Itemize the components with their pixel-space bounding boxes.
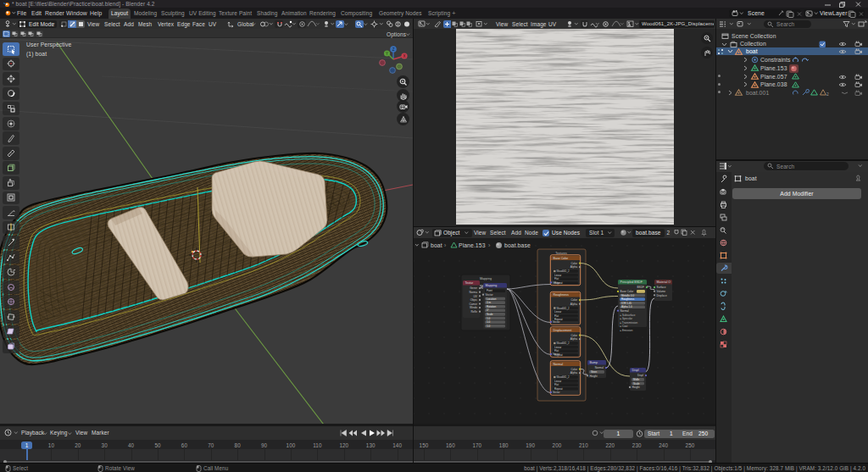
svg-text:Rotation: Rotation xyxy=(487,305,497,308)
svg-text:Surface: Surface xyxy=(657,286,666,289)
svg-text:Color: Color xyxy=(570,298,578,302)
svg-text:Linear: Linear xyxy=(554,310,561,314)
svg-text:Textures: Textures xyxy=(555,252,567,255)
svg-text:Flat: Flat xyxy=(554,383,559,386)
svg-text:Color: Color xyxy=(570,334,578,337)
svg-text:Displacement: Displacement xyxy=(554,329,572,332)
svg-text:Alpha: Alpha xyxy=(570,371,577,375)
svg-text:Material O: Material O xyxy=(657,280,671,284)
svg-text:Stren: Stren xyxy=(591,370,598,374)
svg-text:Displ: Displ xyxy=(637,374,643,377)
svg-text:Normal: Normal xyxy=(595,366,604,369)
svg-text:Linear: Linear xyxy=(554,274,561,277)
svg-text:Base Color: Base Color xyxy=(554,257,570,260)
svg-text:Metallic 0.0: Metallic 0.0 xyxy=(621,294,635,297)
svg-text:Refle: Refle xyxy=(471,310,478,314)
svg-text:Midle: Midle xyxy=(633,378,640,381)
svg-text:▸ Transmission: ▸ Transmission xyxy=(620,321,638,325)
svg-text:X: X xyxy=(403,54,405,58)
svg-text:Alpha: Alpha xyxy=(570,337,577,341)
svg-text:Volume: Volume xyxy=(657,290,666,293)
svg-text:Roughness: Roughness xyxy=(621,297,635,301)
svg-text:Base Color: Base Color xyxy=(620,290,635,293)
svg-text:Displace: Displace xyxy=(657,294,667,297)
svg-text:Wood061_2: Wood061_2 xyxy=(557,269,570,273)
svg-text:1.0: 1.0 xyxy=(487,320,491,324)
svg-text:Vector: Vector xyxy=(553,281,560,285)
svg-text:▸ Emission: ▸ Emission xyxy=(620,329,633,332)
svg-text:Alpha: Alpha xyxy=(570,265,577,269)
svg-text:Wood061_2: Wood061_2 xyxy=(557,342,570,345)
svg-text:Principled BSDF: Principled BSDF xyxy=(620,280,643,284)
svg-text:2: 2 xyxy=(826,92,829,97)
svg-text:Alpha 1.0: Alpha 1.0 xyxy=(621,305,632,308)
svg-text:Roughness: Roughness xyxy=(554,293,569,297)
svg-text:Z: Z xyxy=(392,47,395,52)
svg-text:Height: Height xyxy=(632,386,640,389)
svg-text:Linear: Linear xyxy=(554,346,561,349)
svg-text:Gener: Gener xyxy=(470,286,478,290)
svg-text:1.0: 1.0 xyxy=(487,325,491,328)
svg-text:Wood061_2: Wood061_2 xyxy=(557,307,570,310)
svg-text:Vector: Vector xyxy=(553,320,560,324)
svg-text:Camer: Camer xyxy=(469,303,478,306)
svg-text:Vector: Vector xyxy=(553,391,560,394)
svg-text:Textur: Textur xyxy=(465,281,475,285)
svg-text:Y: Y xyxy=(386,52,388,56)
svg-text:▸ Specular: ▸ Specular xyxy=(620,317,633,320)
svg-text:0 m: 0 m xyxy=(487,301,492,304)
svg-text:Scale: Scale xyxy=(633,382,640,386)
svg-text:Color: Color xyxy=(570,262,578,265)
svg-text:Alpha: Alpha xyxy=(570,303,577,306)
svg-text:Vector: Vector xyxy=(553,353,560,356)
svg-text:Windo: Windo xyxy=(470,306,477,309)
svg-text:Height: Height xyxy=(590,375,598,378)
svg-text:▸ Subsurface: ▸ Subsurface xyxy=(620,314,636,317)
svg-text:Scale: Scale xyxy=(487,313,493,316)
svg-text:Normal: Normal xyxy=(620,309,630,313)
svg-text:1.0: 1.0 xyxy=(487,317,491,320)
svg-text:Wood061_2: Wood061_2 xyxy=(557,375,570,379)
svg-text:Point: Point xyxy=(487,289,492,292)
svg-text:Objec: Objec xyxy=(470,298,478,302)
svg-text:Linear: Linear xyxy=(554,380,561,383)
svg-text:Mapping: Mapping xyxy=(480,277,492,280)
svg-text:Location: Location xyxy=(487,297,497,301)
svg-text:Bump: Bump xyxy=(590,361,598,364)
svg-text:▸ Coat: ▸ Coat xyxy=(620,325,628,328)
svg-text:Flat: Flat xyxy=(554,314,559,318)
svg-text:Normal: Normal xyxy=(554,363,564,366)
svg-text:Color: Color xyxy=(570,368,578,371)
svg-text:Displ: Displ xyxy=(632,369,639,372)
svg-text:BSDF: BSDF xyxy=(637,286,644,289)
svg-text:IOR 1.45: IOR 1.45 xyxy=(621,302,632,305)
svg-text:Mapping: Mapping xyxy=(486,284,498,287)
svg-text:Vector: Vector xyxy=(486,293,494,297)
svg-text:Norma: Norma xyxy=(469,291,477,294)
